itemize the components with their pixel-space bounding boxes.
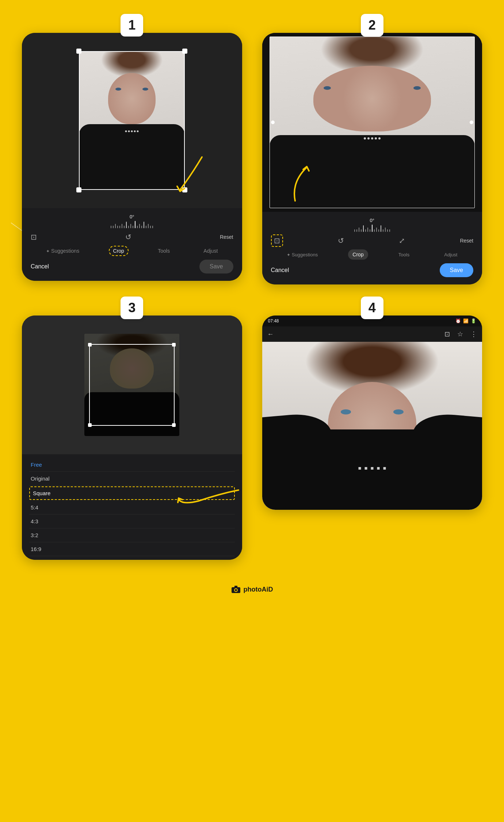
- ruler-mark: [381, 225, 381, 232]
- tab-suggestions-2[interactable]: ✦ Suggestions: [282, 250, 322, 260]
- svg-point-2: [235, 589, 237, 591]
- ruler-mark: [144, 222, 144, 228]
- crop-option-16-9[interactable]: 16:9: [29, 542, 235, 556]
- ruler-marks-1: [29, 221, 235, 228]
- step-4-phone: 07:48 ⏰ 📶 🔋 ← ⊡ ☆ ⋮: [262, 316, 482, 510]
- tab-crop-1[interactable]: Crop: [109, 246, 129, 256]
- tab-row-2: ✦ Suggestions Crop Tools Adjust: [270, 249, 475, 260]
- step-4-photo-result: [262, 342, 482, 510]
- aspect-ratio-icon-highlighted[interactable]: ⊡: [271, 234, 283, 247]
- bottom-row-2: Cancel Save: [270, 263, 475, 277]
- crop-option-free[interactable]: Free: [29, 458, 235, 472]
- camera-icon: [231, 585, 241, 593]
- ruler-mark: [152, 226, 153, 228]
- step-3-phone: Free Original Square 5:4 4:3 3:2 16:9: [22, 316, 242, 560]
- ruler-mark: [126, 222, 127, 228]
- crop-handle-tr-3[interactable]: [172, 343, 176, 347]
- aspect-ratio-icon[interactable]: ⊡: [31, 233, 37, 241]
- star-icon[interactable]: ☆: [457, 330, 463, 338]
- step-2-controls: 0°: [262, 212, 482, 284]
- status-icons: ⏰ 📶 🔋: [455, 318, 476, 324]
- ruler-mark: [122, 224, 122, 228]
- crop-handle-tl-3[interactable]: [88, 343, 92, 347]
- steps-grid: 1: [22, 22, 482, 560]
- step-1-phone: 0°: [22, 33, 242, 281]
- save-button-2[interactable]: Save: [440, 263, 473, 277]
- ruler-mark: [385, 228, 386, 232]
- wifi-icon: 📶: [463, 318, 469, 324]
- browser-bar: ← ⊡ ☆ ⋮: [262, 326, 482, 342]
- rotate-icon[interactable]: ↺: [125, 233, 131, 241]
- ruler-mark: [361, 229, 362, 232]
- ruler-mark: [117, 226, 118, 228]
- cast-icon[interactable]: ⊡: [444, 330, 450, 338]
- reset-button-2[interactable]: Reset: [460, 238, 473, 244]
- ruler-mark: [130, 224, 131, 228]
- ruler-mark: [137, 226, 138, 228]
- ruler-mark: [146, 226, 146, 228]
- ruler-mark: [367, 228, 368, 232]
- ruler-mark: [133, 226, 133, 228]
- ruler-mark: [148, 224, 149, 228]
- ruler-mark-center: [372, 225, 373, 232]
- ruler-mark: [354, 229, 355, 232]
- footer: photoAiD: [231, 585, 273, 593]
- step-1-image-area: [22, 33, 242, 208]
- step-3-crop-box[interactable]: [89, 344, 175, 426]
- cancel-button-2[interactable]: Cancel: [271, 267, 289, 274]
- battery-icon: 🔋: [471, 318, 476, 324]
- crop-handle-bl-3[interactable]: [88, 423, 92, 427]
- ruler-mark-center: [135, 221, 135, 228]
- toolbar-row-2: ⊡ ↺ ⤢ Reset: [270, 236, 475, 245]
- tab-suggestions-1[interactable]: ✦ Suggestions: [42, 246, 84, 256]
- ruler-mark: [363, 225, 364, 232]
- browser-actions: ⊡ ☆ ⋮: [444, 330, 477, 338]
- degree-2: 0°: [270, 218, 475, 223]
- ruler-mark: [124, 226, 125, 228]
- alarm-icon: ⏰: [455, 318, 461, 324]
- step-2-wrapper: 2: [262, 22, 482, 284]
- bottom-row-1: Cancel Save: [29, 260, 235, 274]
- expand-icon-2[interactable]: ⤢: [399, 236, 405, 245]
- crop-handle-bl-1[interactable]: [76, 187, 81, 192]
- ruler-mark: [119, 226, 120, 228]
- step-4-badge: 4: [361, 297, 383, 319]
- crop-list: Free Original Square 5:4 4:3 3:2 16:9: [22, 454, 242, 560]
- crop-option-original[interactable]: Original: [29, 472, 235, 486]
- tab-adjust-1[interactable]: Adjust: [199, 246, 222, 256]
- crop-handle-tr-1[interactable]: [182, 49, 187, 54]
- ruler-marks-2: [270, 225, 475, 232]
- ruler-mark: [111, 226, 111, 228]
- tab-crop-2[interactable]: Crop: [348, 249, 368, 260]
- cancel-button-1[interactable]: Cancel: [31, 263, 49, 270]
- ruler-mark: [383, 229, 383, 232]
- arrow-2: [284, 164, 328, 204]
- ruler-mark: [128, 226, 129, 228]
- step-2-image-area: [262, 33, 482, 212]
- ruler-mark: [389, 229, 390, 232]
- step-3-image-area: [22, 316, 242, 454]
- ruler-mark: [141, 226, 142, 228]
- back-icon[interactable]: ←: [267, 330, 274, 338]
- necklace-row: [357, 467, 387, 470]
- ruler-mark: [376, 228, 377, 232]
- step-1-controls: 0°: [22, 208, 242, 281]
- degree-1: 0°: [29, 214, 235, 219]
- crop-handle-br-3[interactable]: [172, 423, 176, 427]
- save-button-1[interactable]: Save: [199, 260, 233, 274]
- tab-adjust-2[interactable]: Adjust: [440, 250, 462, 260]
- ruler-mark: [150, 226, 151, 228]
- reset-button-1[interactable]: Reset: [220, 234, 233, 240]
- status-time: 07:48: [268, 318, 279, 324]
- rotate-icon-2[interactable]: ↺: [338, 236, 344, 245]
- step-3-wrapper: 3: [22, 305, 242, 560]
- logo-text: photoAiD: [244, 586, 273, 593]
- more-icon[interactable]: ⋮: [470, 330, 477, 338]
- tab-tools-2[interactable]: Tools: [394, 250, 414, 260]
- crop-option-3-2[interactable]: 3:2: [29, 528, 235, 542]
- crop-option-4-3[interactable]: 4:3: [29, 515, 235, 528]
- step-2-badge: 2: [361, 14, 383, 37]
- crop-handle-tl-1[interactable]: [76, 49, 81, 54]
- tab-tools-1[interactable]: Tools: [153, 246, 174, 256]
- ruler-mark: [378, 229, 379, 232]
